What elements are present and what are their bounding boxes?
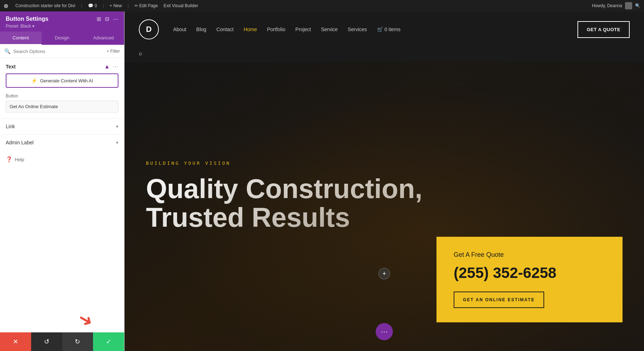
exit-visual-builder-button[interactable]: Exit Visual Builder [164,3,198,8]
text-section-header: Text ▲ ⋯ [0,58,124,73]
site-logo[interactable]: D [139,19,159,39]
link-chevron-icon: ▾ [116,124,118,129]
quote-card: Get A Free Quote (255) 352-6258 GET AN O… [436,237,623,322]
main-layout: Button Settings ⊞ ⊟ ⋯ Preset: Black ▾ Co… [0,11,644,351]
nav-contact[interactable]: Contact [216,27,234,32]
comment-icon: 💬 [88,3,93,8]
wordpress-icon[interactable]: ⊕ [4,3,8,9]
section-controls: ▲ ⋯ [104,63,118,70]
button-field-label: Button [6,93,118,98]
estimate-button[interactable]: GET AN ONLINE ESTIMATE [454,292,544,308]
nav-portfolio[interactable]: Portfolio [267,27,285,32]
search-bar: 🔍 + Filter [0,45,124,58]
nav-project[interactable]: Project [296,27,311,32]
hero-title-line2: Trusted Results [146,202,350,232]
columns-icon[interactable]: ⊟ [105,16,109,22]
sidebar: Button Settings ⊞ ⊟ ⋯ Preset: Black ▾ Co… [0,11,125,351]
nav-cart[interactable]: 🛒 0 items [377,27,401,32]
search-icon: 🔍 [4,48,10,54]
nav-service[interactable]: Service [321,27,338,32]
preset-label[interactable]: Preset: Black ▾ [6,24,118,29]
ai-button-label: Generate Content With AI [40,78,93,83]
tab-advanced[interactable]: Advanced [83,32,124,45]
hero-title: Quality Construction, Trusted Results [146,174,468,232]
more-icon[interactable]: ⋯ [113,16,118,22]
admin-search-icon[interactable]: 🔍 [635,3,640,8]
nav-blog[interactable]: Blog [196,27,206,32]
sidebar-header: Button Settings ⊞ ⊟ ⋯ Preset: Black ▾ [0,11,124,32]
more-options-bubble[interactable]: ⋯ [376,323,393,340]
redo-icon: ↻ [75,338,80,346]
save-button[interactable]: ✓ [93,332,124,351]
help-section[interactable]: ❓ Help [0,150,124,168]
text-section-more-icon[interactable]: ⋯ [113,63,118,70]
close-icon: ✕ [13,338,18,346]
sidebar-title: Button Settings [6,16,48,22]
admin-label-section: Admin Label ▾ [0,134,124,150]
user-info: Howdy, Deanna 🔍 [592,2,641,9]
search-row: ⌕ [125,47,644,62]
help-label: Help [15,157,24,162]
nav-links: About Blog Contact Home Portfolio Projec… [173,27,563,32]
ai-icon: ⚡ [31,78,37,83]
admin-label-header[interactable]: Admin Label ▾ [6,135,118,150]
button-text-input[interactable] [6,101,118,112]
link-section: Link ▾ [0,118,124,134]
settings-icon[interactable]: ⊞ [97,16,101,22]
tab-content[interactable]: Content [0,32,42,45]
quote-phone: (255) 352-6258 [454,264,605,282]
undo-button[interactable]: ↺ [31,332,62,351]
nav-home[interactable]: Home [244,27,257,32]
separator: | [103,3,104,8]
nav-about[interactable]: About [173,27,186,32]
sidebar-header-icons: ⊞ ⊟ ⋯ [97,16,118,22]
separator: | [81,3,82,8]
text-section-title: Text [6,64,16,69]
comments-link[interactable]: 💬 0 [88,3,97,8]
sidebar-header-top: Button Settings ⊞ ⊟ ⋯ [6,16,118,22]
link-section-title: Link [6,124,15,129]
hero-title-line1: Quality Construction, [146,173,423,204]
website-nav: D About Blog Contact Home Portfolio Proj… [125,11,644,47]
get-quote-button[interactable]: GET A QUOTE [577,21,630,38]
undo-icon: ↺ [44,338,49,346]
close-button[interactable]: ✕ [0,332,31,351]
search-options-input[interactable] [13,49,104,54]
quote-card-label: Get A Free Quote [454,251,605,259]
comment-count: 0 [95,3,97,8]
howdy-label: Howdy, Deanna [592,3,623,8]
help-icon: ❓ [6,156,13,163]
website-search-icon[interactable]: ⌕ [139,50,142,57]
arrow-indicator: ➜ [75,307,97,332]
separator: | [128,3,129,8]
check-icon: ✓ [106,338,111,346]
add-section-button[interactable]: + [379,268,390,279]
edit-page-button[interactable]: ✏ Edit Page [135,3,158,8]
user-avatar [625,2,632,9]
new-button[interactable]: + New [109,3,122,8]
button-field-group: Button [0,93,124,118]
generate-ai-button[interactable]: ⚡ Generate Content With AI [6,73,118,88]
admin-bar: ⊕ Construction starter site for Divi | 💬… [0,0,644,11]
tab-design[interactable]: Design [42,32,83,45]
admin-chevron-icon: ▾ [116,140,118,145]
filter-button[interactable]: + Filter [107,49,120,54]
nav-services[interactable]: Services [348,27,367,32]
sidebar-tabs: Content Design Advanced [0,32,124,45]
collapse-text-icon[interactable]: ▲ [104,63,110,70]
hero-subtitle: BUILDING YOUR VISION [146,160,623,166]
redo-button[interactable]: ↻ [62,332,93,351]
link-section-header[interactable]: Link ▾ [6,119,118,134]
admin-label-title: Admin Label [6,140,34,145]
content-area: D About Blog Contact Home Portfolio Proj… [125,11,644,351]
hero-section: BUILDING YOUR VISION Quality Constructio… [125,62,644,351]
site-name[interactable]: Construction starter site for Divi [15,3,75,8]
bottom-toolbar: ✕ ↺ ↻ ✓ [0,332,124,351]
